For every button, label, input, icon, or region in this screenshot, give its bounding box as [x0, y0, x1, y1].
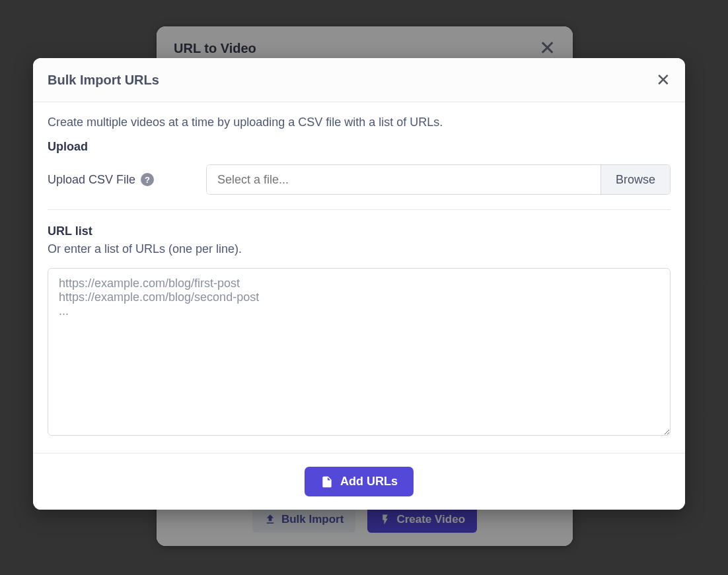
file-input-group: Browse	[206, 164, 671, 195]
close-button[interactable]: ✕	[656, 71, 671, 88]
file-select-input[interactable]	[207, 165, 601, 194]
url-list-heading: URL list	[48, 224, 671, 238]
modal-body: Create multiple videos at a time by uplo…	[33, 102, 685, 453]
url-list-textarea[interactable]	[48, 268, 671, 436]
modal-description: Create multiple videos at a time by uplo…	[48, 116, 671, 129]
upload-label-wrap: Upload CSV File ?	[48, 173, 193, 187]
modal-title: Bulk Import URLs	[48, 73, 159, 88]
upload-csv-label: Upload CSV File	[48, 173, 135, 187]
url-list-subdesc: Or enter a list of URLs (one per line).	[48, 242, 671, 256]
add-urls-label: Add URLs	[340, 475, 398, 489]
add-urls-button[interactable]: Add URLs	[305, 467, 414, 496]
bulk-import-modal: Bulk Import URLs ✕ Create multiple video…	[33, 58, 685, 510]
modal-footer: Add URLs	[33, 453, 685, 510]
upload-heading: Upload	[48, 140, 671, 154]
browse-button[interactable]: Browse	[601, 165, 670, 194]
upload-row: Upload CSV File ? Browse	[48, 164, 671, 195]
help-icon[interactable]: ?	[141, 173, 154, 186]
modal-header: Bulk Import URLs ✕	[33, 58, 685, 102]
section-divider	[48, 209, 671, 210]
file-import-icon	[320, 475, 334, 489]
close-icon: ✕	[656, 70, 671, 90]
